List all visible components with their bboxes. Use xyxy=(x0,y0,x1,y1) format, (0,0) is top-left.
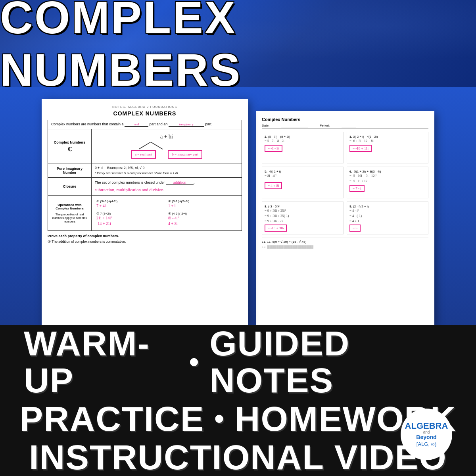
definition-end2: part. xyxy=(205,122,212,126)
pure-imaginary-label: Pure Imaginary Number xyxy=(48,163,92,178)
imaginary-part-box: b = imaginary part xyxy=(168,150,202,159)
logo-bracket-text: [ALG, ∞) xyxy=(416,441,436,447)
definition-text: Complex numbers are numbers that contain… xyxy=(51,122,124,126)
pure-imaginary-row: Pure Imaginary Number 0 + bi Examples: 2… xyxy=(48,163,242,178)
practice-cell-6: 6. -5(1 + 2i) + 3i(3 - 4i) = -5 - 10i + … xyxy=(347,167,428,198)
prove-item: ⑤ The addition of complex numbers is com… xyxy=(48,240,242,244)
complex-numbers-label: Complex Numbers ℂ xyxy=(48,129,92,163)
bullet-2: • xyxy=(214,404,225,434)
notes-table: Complex numbers are numbers that contain… xyxy=(48,120,242,231)
bottom-row-1: WARM-UP • GUIDED NOTES xyxy=(24,325,452,399)
pure-imaginary-content: 0 + bi Examples: 2i, i√5, πi, √-9 * Ever… xyxy=(92,163,242,178)
closure-label: Closure xyxy=(48,178,92,196)
problem-11: 11. 11. 5(9 + √-20) + (15 - √-45) xyxy=(262,238,428,244)
answer-5: = 4 + 8i xyxy=(265,182,282,189)
logo-algebra-text: ALGEBRA xyxy=(405,422,448,430)
header-section: COMPLEX NUMBERS xyxy=(0,0,476,87)
definition-end: part and an xyxy=(150,122,168,126)
instructional-video-text: INSTRUCTIONAL VIDEO xyxy=(29,439,447,476)
operations-row: Operations with Complex Numbers The prop… xyxy=(48,196,242,231)
practice-document: Complex Numbers Date:_______________ Per… xyxy=(256,111,434,325)
op-problem-2: ② (3-2i)+(2+3i) 1 + i xyxy=(168,200,237,209)
middle-section: NOTES- ALGEBRA 2 FOUNDATIONS COMPLEX NUM… xyxy=(0,87,476,325)
practice-grid: 2. (5 - 7i) - (8 + 2i) = 5 - 7i - 8 - 2i… xyxy=(262,132,428,234)
svg-line-1 xyxy=(151,142,163,149)
date-line: Date:_______________ Period:________ xyxy=(262,124,428,129)
guided-notes-text: GUIDED NOTES xyxy=(209,325,452,399)
complex-numbers-row: Complex Numbers ℂ a + bi a = real part xyxy=(48,129,242,163)
algebra-beyond-logo: ALGEBRA and Beyond [ALG, ∞) xyxy=(401,409,452,460)
practice-cell-2: 2. (5 - 7i) - (8 + 2i) = 5 - 7i - 8 - 2i… xyxy=(262,132,344,163)
op-problem-1: ① (3+6i)+(4-2i) 7 + 4i xyxy=(96,200,165,209)
closure-row: Closure The set of complex numbers is cl… xyxy=(48,178,242,196)
answer-9: = 5 xyxy=(349,225,361,232)
abi-form: a + bi xyxy=(160,134,173,140)
problem-12-placeholder: 12. ▓▓▓▓▓▓▓▓▓▓▓▓▓▓▓▓▓▓▓▓ xyxy=(262,245,428,249)
answer-6: = 7 - i xyxy=(349,185,365,192)
definition-row: Complex numbers are numbers that contain… xyxy=(48,120,242,129)
bottom-row-2: PRACTICE • HOMEWORK xyxy=(24,401,452,437)
closure-content: The set of complex numbers is closed und… xyxy=(92,178,242,196)
prove-section: Prove each property of complex numbers. … xyxy=(48,234,242,244)
answer-2: = -3 - 9i xyxy=(265,145,282,152)
branch-lines xyxy=(127,142,206,150)
answer-3: = -18 + 11i xyxy=(349,145,372,152)
warm-up-text: WARM-UP xyxy=(24,325,179,399)
op-problem-3: ③ 7i(3+2i) 21i + 14i² -14 + 21i xyxy=(96,212,165,226)
bottom-section: WARM-UP • GUIDED NOTES PRACTICE • HOMEWO… xyxy=(0,325,476,476)
practice-cell-5: 5. -4i(-2 + i) = 8i - 4i² = 4 + 8i xyxy=(262,167,344,198)
practice-cell-9: 9. (2 - i)(2 + i) = 4 - i² = 4 - (-1) = … xyxy=(347,202,428,234)
logo-beyond-text: Beyond xyxy=(416,434,436,440)
doc-title: COMPLEX NUMBERS xyxy=(48,110,242,117)
op-problem-4: ④ (4-5i)(-2+i) 8i - 4i² 4 + 8i xyxy=(168,212,237,226)
complex-numbers-diagram: a + bi a = real part b = imaginary part xyxy=(92,129,242,163)
main-title: COMPLEX NUMBERS xyxy=(0,0,476,87)
practice-cell-3: 3. 3(-2 + i) - 4(3 - 2i) = -6 + 3i - 12 … xyxy=(347,132,428,163)
doc-subtitle: NOTES- ALGEBRA 2 FOUNDATIONS xyxy=(48,105,242,109)
operations-content: ① (3+6i)+(4-2i) 7 + 4i ② (3-2i)+(2+3i) 1… xyxy=(92,196,242,231)
real-part-box: a = real part xyxy=(131,150,156,159)
practice-title: Complex Numbers xyxy=(262,117,428,122)
answer-8: = -16 + 30i xyxy=(265,225,287,232)
real-blank: real xyxy=(125,122,148,127)
practice-cell-8: 8. (-3 - 5i)² = 9 + 30i + 25i² = 9 + 30i… xyxy=(262,202,344,234)
svg-line-0 xyxy=(139,142,151,149)
practice-text: PRACTICE xyxy=(20,401,205,437)
bullet-1: • xyxy=(189,347,200,377)
bottom-row-3: INSTRUCTIONAL VIDEO xyxy=(24,439,452,476)
imaginary-blank: imaginary xyxy=(169,122,204,127)
operations-label: Operations with Complex Numbers The prop… xyxy=(48,196,92,231)
notes-document: NOTES- ALGEBRA 2 FOUNDATIONS COMPLEX NUM… xyxy=(42,99,248,325)
